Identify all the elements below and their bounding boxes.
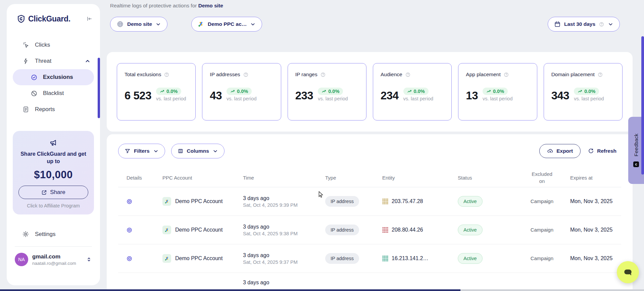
trend-value: 0.0% [414,89,425,94]
view-details-icon[interactable] [126,227,154,233]
trend-badge: 0.0% [483,88,508,95]
chevron-down-icon [155,21,161,27]
table-row-partial: 3 days ago [118,273,621,286]
date-range-selector[interactable]: Last 30 days [548,17,620,32]
help-icon[interactable] [597,72,603,78]
stat-label: IP ranges [295,71,317,78]
columns-button[interactable]: Columns [171,144,225,158]
trend-caption: vs. last period [574,96,604,101]
help-icon[interactable] [164,72,169,78]
lightning-icon [22,58,30,64]
gear-icon [22,231,30,238]
column-header-type: Type [317,175,374,181]
account-name: Demo PPC Account [175,227,222,233]
filters-label: Filters [134,148,150,154]
page-scrollbar[interactable] [641,36,644,175]
date-range-label: Last 30 days [564,21,595,27]
trend-caption: vs. last period [227,96,256,101]
user-email: naatali.ro@gmail.com [32,261,86,266]
site-selector[interactable]: Demo site [110,17,167,32]
sidebar-collapse-icon[interactable] [85,14,94,23]
chevron-up-down-icon[interactable] [86,256,92,262]
entity-identicon [382,255,388,261]
sidebar-item-label: Blacklist [43,90,64,97]
type-badge: IP address [325,225,359,235]
trend-up-icon [230,89,235,94]
expires-at-value: Mon, Nov 3, 2025 [562,255,621,261]
stat-card-app-placement: App placement 13 0.0% vs. last period [458,63,537,120]
filters-button[interactable]: Filters [118,144,165,158]
chevron-down-icon [608,21,613,27]
cloud-download-icon [547,148,553,154]
sidebar-item-exclusions[interactable]: Exclusions [13,69,94,85]
badge-check-icon [30,74,38,81]
sidebar-item-settings[interactable]: Settings [13,231,94,238]
filter-icon [125,148,131,154]
entity-identicon [382,227,388,233]
chevron-down-icon [212,148,218,154]
chat-launcher-button[interactable] [617,261,639,283]
sidebar-item-threat[interactable]: Threat [13,53,94,69]
calendar-icon [554,21,561,28]
excluded-on-value: Campaign [531,227,553,233]
trend-badge: 0.0% [574,88,599,95]
help-icon[interactable] [320,72,326,78]
trend-up-icon [407,89,412,94]
time-relative: 3 days ago [243,224,317,230]
chat-bubble-icon [622,266,634,278]
google-ads-icon [162,254,171,263]
expires-at-value: Mon, Nov 3, 2025 [562,227,621,233]
stat-card-ip-ranges: IP ranges 233 0.0% vs. last period [288,63,366,120]
refresh-label: Refresh [597,148,616,154]
column-header-details: Details [118,175,154,181]
divider [15,246,92,247]
sidebar-item-clicks[interactable]: Clicks [13,37,94,53]
trend-badge: 0.0% [318,88,343,95]
stat-value: 233 [295,89,313,102]
entity-value: 16.213.141.2… [392,255,428,261]
trend-caption: vs. last period [403,96,433,101]
view-details-icon[interactable] [126,255,154,262]
cursor-click-icon [22,42,30,49]
help-icon[interactable] [503,72,509,78]
user-name: gmail.com [32,253,86,260]
help-icon[interactable] [243,72,249,78]
ppc-account-selector[interactable]: Demo PPC ac… [191,17,262,32]
bottom-edge-bar-light [460,289,644,291]
refresh-icon [588,148,594,154]
page-subtitle-text: Realtime logs of protective actions for [110,3,197,8]
trend-badge: 0.0% [156,88,181,95]
trend-value: 0.0% [166,89,178,94]
refresh-button[interactable]: Refresh [583,144,621,158]
globe-icon [116,20,124,28]
google-ads-icon [162,226,171,234]
account-switcher[interactable]: NA gmail.com naatali.ro@gmail.com [13,253,94,266]
settings-label: Settings [35,231,55,238]
stat-value: 234 [381,89,399,102]
export-button[interactable]: Export [539,144,581,158]
share-button[interactable]: Share [18,186,88,199]
trend-up-icon [486,89,491,94]
exclusions-table-panel: Filters Columns Export [107,134,633,291]
trend-caption: vs. last period [318,96,348,101]
affiliate-promo-card[interactable]: Share ClickGuard and get up to $10,000 S… [13,131,94,214]
trend-value: 0.0% [237,89,248,94]
sidebar-scrollbar[interactable] [98,58,100,118]
trend-caption: vs. last period [483,96,512,101]
sidebar-item-blacklist[interactable]: Blacklist [13,85,94,101]
time-absolute: Sat, Oct 4, 2025 9:37 PM [243,259,317,265]
view-details-icon[interactable] [126,198,154,205]
chevron-up-icon[interactable] [85,58,91,64]
site-selector-label: Demo site [127,21,152,27]
promo-title: Share ClickGuard and get up to [17,150,89,165]
help-icon[interactable] [405,72,411,78]
table-row: Demo PPC Account 3 days ago Sat, Oct 4, … [118,187,621,216]
stat-label: Domain placement [551,71,595,78]
trend-caption: vs. last period [156,96,186,101]
columns-label: Columns [187,148,209,154]
status-badge: Active [458,225,483,235]
type-badge: IP address [325,196,359,207]
sidebar-item-reports[interactable]: Reports [13,101,94,117]
bottom-edge-bar [0,289,460,291]
stat-card-audience: Audience 234 0.0% vs. last period [373,63,452,120]
